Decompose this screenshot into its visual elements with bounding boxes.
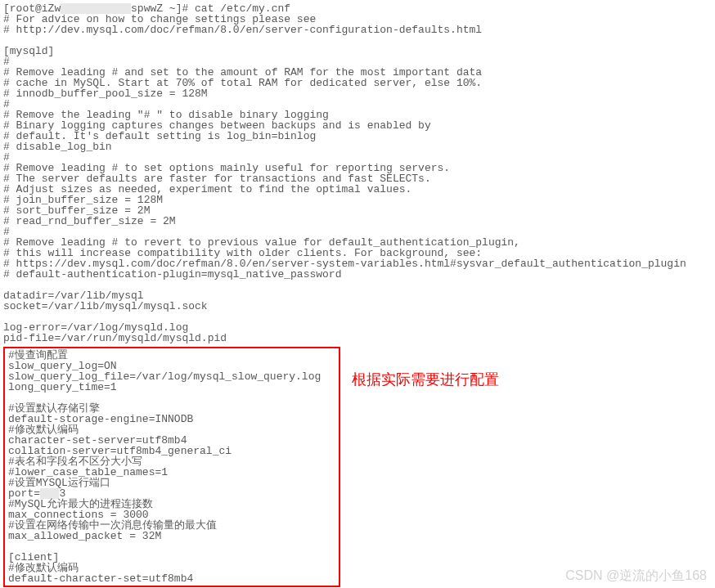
annotation-label: 根据实际需要进行配置 [352,372,499,387]
watermark: CSDN @逆流的小鱼168 [565,569,707,582]
terminal-output: [root@iZw spwwZ ~]# cat /etc/my.cnf # Fo… [3,3,712,343]
boxed-config: #慢查询配置 slow_query_log=ON slow_query_log_… [8,350,335,584]
highlighted-config-box: #慢查询配置 slow_query_log=ON slow_query_log_… [3,347,340,587]
config-top: # For advice on how to change settings p… [3,13,686,344]
